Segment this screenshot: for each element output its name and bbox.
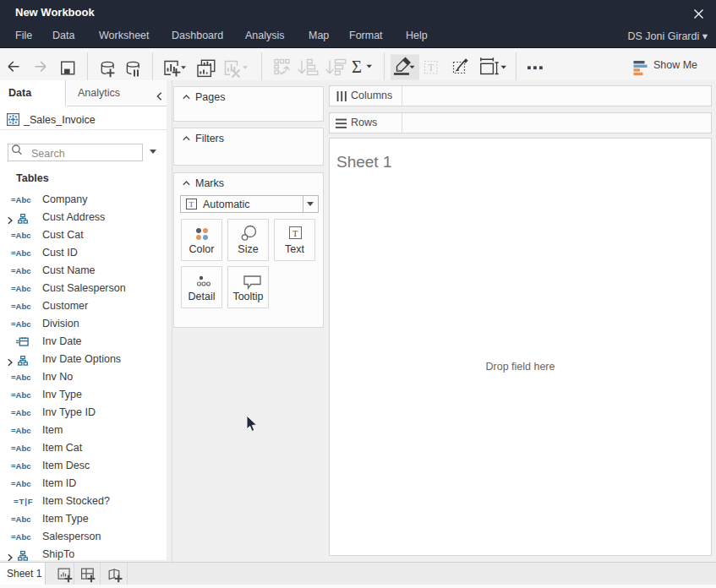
svg-text:T: T xyxy=(189,200,194,209)
svg-text:T: T xyxy=(292,229,298,238)
svg-text:Σ: Σ xyxy=(352,57,362,76)
svg-text:T: T xyxy=(428,63,434,73)
